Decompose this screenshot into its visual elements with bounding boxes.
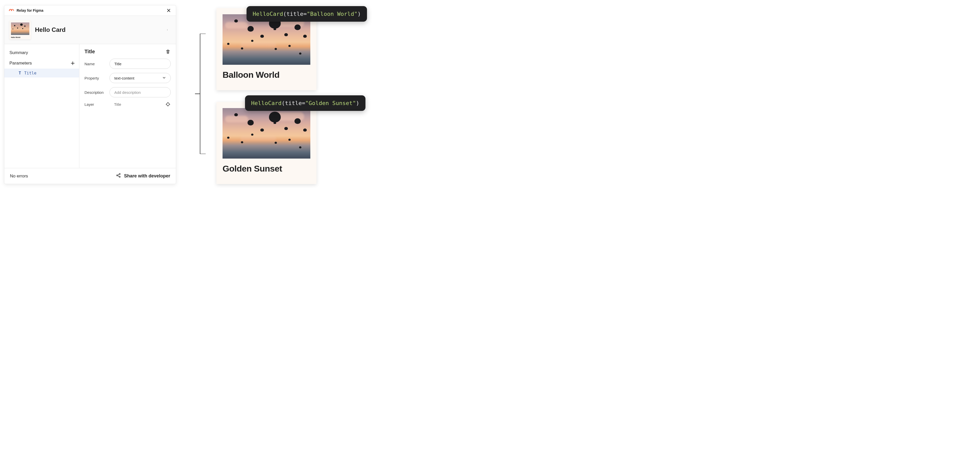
share-icon <box>116 173 121 179</box>
delete-parameter-button[interactable] <box>165 49 171 55</box>
property-value: text-content <box>115 76 134 80</box>
name-input[interactable] <box>110 59 171 69</box>
svg-point-6 <box>119 176 120 177</box>
text-type-icon: T <box>19 71 21 76</box>
parameter-item-title[interactable]: T Title <box>4 68 79 78</box>
name-input-el[interactable] <box>115 62 166 66</box>
svg-point-5 <box>119 173 120 174</box>
description-input-el[interactable] <box>115 90 166 95</box>
svg-point-3 <box>167 103 169 106</box>
property-select[interactable]: text-content <box>110 73 171 83</box>
card-image <box>223 108 310 159</box>
preview-card-golden-sunset: Golden Sunset <box>216 102 317 184</box>
code-value: "Golden Sunset" <box>305 100 356 106</box>
relay-logo-icon <box>9 8 14 13</box>
parameter-item-label: Title <box>24 71 37 76</box>
detail-header: Title <box>84 49 171 55</box>
svg-point-1 <box>167 30 167 30</box>
layer-field-row: Layer Title <box>84 101 171 107</box>
detail-pane: Title Name Property text-content <box>80 44 176 168</box>
component-header: Hello World Hello Card <box>4 16 176 44</box>
add-parameter-button[interactable] <box>70 60 76 66</box>
sidebar-summary[interactable]: Summary <box>4 48 79 58</box>
svg-point-2 <box>167 30 167 30</box>
chevron-down-icon <box>162 76 166 80</box>
card-title: Balloon World <box>223 70 310 80</box>
property-label: Property <box>84 76 107 80</box>
card-image <box>223 14 310 65</box>
component-thumbnail: Hello World <box>10 21 31 39</box>
property-field-row: Property text-content <box>84 73 171 83</box>
code-param: title <box>286 11 303 17</box>
code-snippet-balloon-world: HelloCard(title="Balloon World") <box>247 6 367 22</box>
code-value: "Balloon World" <box>307 11 358 17</box>
connector-bracket <box>195 34 206 154</box>
name-label: Name <box>84 62 107 66</box>
panel-footer: No errors Share with developer <box>4 168 176 184</box>
code-fn: HelloCard <box>251 100 282 106</box>
code-snippet-golden-sunset: HelloCard(title="Golden Sunset") <box>245 95 366 111</box>
relay-plugin-panel: Relay for Figma Hello World Hello Card S… <box>4 5 176 184</box>
plugin-title: Relay for Figma <box>17 8 164 13</box>
svg-point-4 <box>117 175 118 176</box>
detail-heading: Title <box>84 49 95 55</box>
code-fn: HelloCard <box>253 11 283 17</box>
target-layer-button[interactable] <box>165 101 171 107</box>
svg-point-0 <box>167 29 167 30</box>
component-name: Hello Card <box>35 26 161 33</box>
share-with-developer-button[interactable]: Share with developer <box>116 173 170 179</box>
status-text: No errors <box>10 174 28 179</box>
description-label: Description <box>84 90 107 95</box>
layer-value: Title <box>110 102 162 106</box>
close-button[interactable] <box>166 8 171 13</box>
thumbnail-caption: Hello World <box>11 36 29 38</box>
more-menu-button[interactable] <box>165 27 171 33</box>
code-param: title <box>285 100 302 106</box>
description-field-row: Description <box>84 87 171 97</box>
share-label: Share with developer <box>124 173 170 179</box>
layer-label: Layer <box>84 102 107 106</box>
sidebar-parameters-header: Parameters <box>4 58 79 68</box>
card-title: Golden Sunset <box>223 164 310 174</box>
name-field-row: Name <box>84 59 171 69</box>
parameters-label: Parameters <box>10 61 32 66</box>
description-input[interactable] <box>110 87 171 97</box>
panel-body: Summary Parameters T Title Title Name <box>4 44 176 168</box>
sidebar: Summary Parameters T Title <box>4 44 80 168</box>
panel-header: Relay for Figma <box>4 5 176 16</box>
